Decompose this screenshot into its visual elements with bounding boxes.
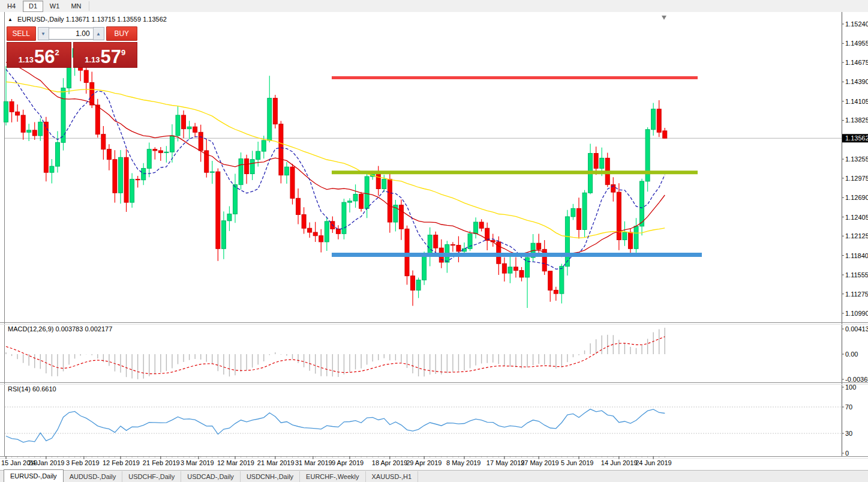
- candle-body: [456, 246, 461, 252]
- candle-body: [4, 101, 8, 122]
- price-tick-label: 1.12690: [845, 194, 868, 201]
- candle-body: [187, 127, 191, 128]
- candle-body: [428, 235, 432, 256]
- candle-body: [147, 149, 151, 169]
- candle-body: [537, 243, 541, 249]
- candle-body: [657, 109, 661, 133]
- date-tick-label: 18 Apr 2019: [372, 459, 407, 466]
- current-price-label: 1.13562: [845, 134, 868, 142]
- candle-body: [336, 229, 340, 233]
- volume-input[interactable]: [49, 28, 93, 40]
- price-tick-label: 1.11840: [845, 252, 868, 259]
- candle-body: [617, 192, 621, 239]
- candle-body: [158, 151, 163, 152]
- candle-body: [548, 271, 552, 291]
- ask-pipette-digit: 9: [121, 48, 125, 57]
- ask-small-digits: 1.13: [85, 55, 100, 64]
- symbol-tab-audusd[interactable]: AUDUSD-,Daily: [64, 471, 123, 482]
- macd-tick-label: -0.003699: [845, 376, 868, 383]
- volume-spinner: ▼ ▲: [38, 27, 104, 40]
- candle-body: [210, 172, 214, 172]
- date-tick-label: 17 May 2019: [486, 459, 525, 466]
- one-click-trading-panel: SELL ▼ ▲ BUY 1.13 56 2 1.13 57 9: [7, 26, 137, 68]
- candle-body: [233, 185, 238, 214]
- candle-body: [479, 222, 483, 228]
- candle-body: [296, 198, 301, 214]
- candle-body: [95, 105, 100, 134]
- candle-body: [221, 221, 226, 249]
- volume-decrease-icon[interactable]: ▼: [38, 27, 49, 40]
- date-tick-label: 21 Feb 2019: [143, 459, 180, 466]
- candle-body: [176, 115, 180, 136]
- candle-body: [239, 159, 243, 185]
- candle-body: [600, 158, 604, 168]
- candle-body: [170, 136, 174, 152]
- bid-big-digits: 56: [34, 49, 55, 65]
- candle-body: [450, 244, 455, 245]
- trade-panel-row1: SELL ▼ ▲ BUY: [7, 26, 137, 41]
- candle-body: [262, 140, 266, 151]
- symbol-period-label: EURUSD-,Daily: [17, 16, 64, 23]
- candle-body: [571, 208, 575, 217]
- candle-body: [359, 194, 364, 209]
- symbol-tab-eurchf[interactable]: EURCHF-,Weekly: [300, 471, 365, 482]
- candle-body: [284, 167, 289, 175]
- rsi-label: RSI(14) 60.6610: [8, 385, 56, 393]
- candle-body: [164, 152, 169, 152]
- candle-body: [124, 157, 128, 202]
- date-tick-label: 12 Feb 2019: [103, 459, 140, 466]
- candle-body: [628, 232, 632, 249]
- candle-body: [365, 176, 369, 208]
- candle-body: [199, 132, 203, 151]
- chart-title: ▲ EURUSD-,Daily 1.13671 1.13715 1.13559 …: [8, 16, 167, 23]
- symbol-tab-xauusd[interactable]: XAUUSD-,H1: [366, 471, 419, 482]
- candle-body: [513, 267, 518, 271]
- symbol-tab-eurusd[interactable]: EURUSD-,Daily: [4, 469, 64, 482]
- buy-button[interactable]: BUY: [106, 26, 137, 41]
- candle-body: [348, 201, 352, 202]
- candle-body: [55, 142, 59, 166]
- date-tick-label: 3 Mar 2019: [181, 459, 214, 466]
- date-tick-label: 24 Jun 2019: [635, 459, 672, 466]
- ask-big-digits: 57: [101, 49, 121, 65]
- candle-body: [245, 159, 249, 174]
- chart-canvas[interactable]: 1.152401.149551.146751.143901.141051.138…: [0, 0, 868, 482]
- price-tick-label: 1.14390: [845, 78, 868, 85]
- candle-body: [50, 166, 54, 172]
- candle-body: [136, 179, 140, 180]
- bid-quote[interactable]: 1.13 56 2: [7, 42, 71, 68]
- volume-increase-icon[interactable]: ▲: [93, 27, 104, 40]
- ask-quote[interactable]: 1.13 57 9: [73, 42, 138, 68]
- candle-body: [27, 130, 31, 132]
- symbol-tab-usdchf[interactable]: USDCHF-,Daily: [122, 471, 181, 482]
- date-tick-label: 5 Jun 2019: [561, 459, 593, 466]
- candle-body: [84, 70, 88, 82]
- candle-body: [130, 179, 134, 203]
- mt4-window: { "toolbar": { "timeframes": [ {"label":…: [0, 0, 868, 482]
- candle-body: [342, 202, 346, 233]
- symbol-tab-usdcnh[interactable]: USDCNH-,Daily: [241, 471, 300, 482]
- candle-body: [325, 221, 329, 242]
- bid-pipette-digit: 2: [55, 48, 59, 57]
- candle-body: [101, 134, 106, 149]
- date-tick-label: 12 Mar 2019: [217, 459, 254, 466]
- symbol-tab-usdcad[interactable]: USDCAD-,Daily: [181, 471, 241, 482]
- date-tick-label: 9 Apr 2019: [332, 459, 364, 466]
- candle-body: [663, 131, 667, 138]
- candle-body: [422, 256, 427, 280]
- candle-body: [594, 153, 598, 168]
- sell-button[interactable]: SELL: [7, 26, 36, 41]
- collapse-panel-icon[interactable]: ▲: [8, 17, 13, 22]
- candle-body: [388, 179, 392, 222]
- macd-label: MACD(12,26,9) 0.003783 0.002177: [8, 325, 112, 333]
- candle-body: [142, 168, 146, 179]
- candle-body: [16, 112, 20, 115]
- candle-body: [405, 229, 409, 276]
- rsi-tick-label: 100: [845, 384, 856, 391]
- trade-panel-row2: 1.13 56 2 1.13 57 9: [7, 42, 137, 68]
- price-tick-label: 1.14955: [845, 40, 868, 47]
- candle-body: [554, 290, 558, 294]
- date-tick-label: 14 Jun 2019: [601, 459, 638, 466]
- candle-body: [623, 232, 627, 239]
- candle-body: [634, 226, 638, 249]
